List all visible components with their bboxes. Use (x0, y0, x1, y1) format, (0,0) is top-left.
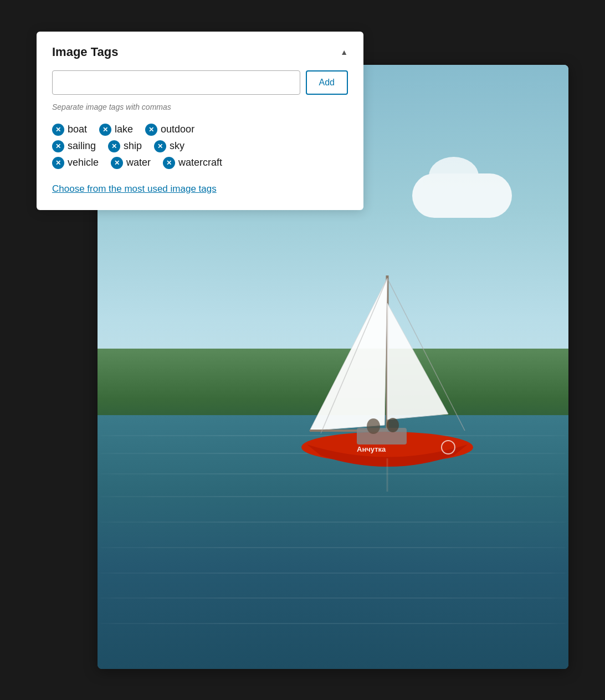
collapse-icon[interactable]: ▲ (340, 48, 348, 57)
remove-sky-icon[interactable] (154, 140, 166, 152)
remove-sailing-icon[interactable] (52, 140, 64, 152)
svg-text:Анчутка: Анчутка (357, 445, 386, 453)
svg-point-7 (387, 418, 399, 432)
remove-boat-icon[interactable] (52, 124, 64, 136)
tag-item-ship[interactable]: ship (108, 140, 142, 152)
tag-item-vehicle[interactable]: vehicle (52, 157, 99, 169)
cloud-decoration (412, 173, 512, 218)
sailboat-image: Анчутка (276, 259, 509, 536)
tags-row-1: boat lake outdoor (52, 124, 348, 136)
tag-item-water[interactable]: water (111, 157, 151, 169)
panel-header: Image Tags ▲ (52, 45, 348, 59)
tags-row-3: vehicle water watercraft (52, 157, 348, 169)
ripple (98, 597, 568, 599)
remove-lake-icon[interactable] (99, 124, 111, 136)
tag-label-watercraft: watercraft (178, 157, 222, 168)
tag-item-watercraft[interactable]: watercraft (163, 157, 222, 169)
ripple (98, 573, 568, 574)
remove-watercraft-icon[interactable] (163, 157, 175, 169)
tag-label-lake: lake (115, 124, 133, 135)
tag-item-outdoor[interactable]: outdoor (145, 124, 194, 136)
tags-row-2: sailing ship sky (52, 140, 348, 152)
tags-container: boat lake outdoor sailing (52, 124, 348, 169)
svg-marker-2 (387, 303, 448, 420)
svg-rect-5 (357, 428, 407, 444)
tag-label-ship: ship (124, 140, 142, 152)
input-row: Add (52, 70, 348, 95)
ripple (98, 547, 568, 548)
tag-label-boat: boat (68, 124, 87, 135)
tag-label-vehicle: vehicle (68, 157, 99, 168)
page-wrapper: Анчутка Image Tags ▲ Add Separate image … (37, 32, 568, 669)
remove-ship-icon[interactable] (108, 140, 120, 152)
svg-point-6 (367, 418, 380, 434)
tag-item-sky[interactable]: sky (154, 140, 184, 152)
tag-label-sailing: sailing (68, 140, 96, 152)
ripple (98, 623, 568, 624)
hint-text: Separate image tags with commas (52, 103, 348, 111)
remove-vehicle-icon[interactable] (52, 157, 64, 169)
tag-label-water: water (126, 157, 151, 168)
choose-tags-link[interactable]: Choose from the most used image tags (52, 183, 217, 195)
panel-title: Image Tags (52, 45, 118, 59)
tag-item-lake[interactable]: lake (99, 124, 133, 136)
remove-outdoor-icon[interactable] (145, 124, 157, 136)
image-tags-panel: Image Tags ▲ Add Separate image tags wit… (37, 32, 363, 210)
tag-item-sailing[interactable]: sailing (52, 140, 96, 152)
tag-label-sky: sky (170, 140, 184, 152)
remove-water-icon[interactable] (111, 157, 123, 169)
tag-label-outdoor: outdoor (161, 124, 194, 135)
svg-marker-1 (310, 278, 387, 431)
tag-input[interactable] (52, 70, 300, 95)
add-button[interactable]: Add (306, 70, 348, 95)
tag-item-boat[interactable]: boat (52, 124, 87, 136)
